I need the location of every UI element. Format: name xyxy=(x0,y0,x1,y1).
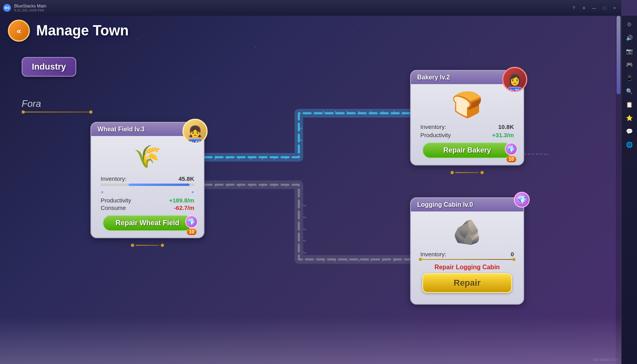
svg-text:›: › xyxy=(296,127,304,130)
repair-bakery-label: Repair Bakery xyxy=(443,146,491,154)
header: « Manage Town xyxy=(8,20,129,42)
sidebar-icon-3[interactable]: 📷 xyxy=(624,46,635,57)
repair-logging-btn-label: Repair xyxy=(454,278,481,288)
logging-inventory-arrows xyxy=(420,259,514,260)
svg-text:›: › xyxy=(381,256,384,264)
svg-text:›: › xyxy=(334,108,337,116)
sidebar-icon-9[interactable]: 💬 xyxy=(624,126,635,137)
wheat-dot-left xyxy=(131,244,134,247)
bakery-inventory-label: Inventory: xyxy=(420,123,446,130)
fora-label: Fora xyxy=(22,98,41,109)
sidebar-icon-2[interactable]: 🔊 xyxy=(624,32,635,43)
svg-text:›: › xyxy=(238,154,240,162)
svg-text:›: › xyxy=(226,181,228,189)
bakery-card-title: Bakery lv.2 xyxy=(417,74,450,81)
svg-text:›: › xyxy=(346,108,348,116)
bakery-card-dots xyxy=(451,171,484,174)
repair-bakery-button[interactable]: Repair Bakery 💎 10 xyxy=(422,142,512,158)
maximize-button[interactable]: □ xyxy=(601,4,608,11)
svg-text:›: › xyxy=(226,154,228,162)
repair-logging-label: Repair Logging Cabin xyxy=(434,264,500,271)
repair-wheat-count: 10 xyxy=(187,229,197,235)
svg-text:›: › xyxy=(393,108,396,116)
svg-text:›: › xyxy=(547,151,549,157)
fora-section: Fora xyxy=(22,98,92,112)
svg-text:›: › xyxy=(238,181,240,189)
logging-cabin-card: Logging Cabin lv.0 💎 🪨 Inventory: 0 xyxy=(410,197,524,305)
svg-text:›: › xyxy=(250,154,252,162)
svg-text:›: › xyxy=(285,154,287,162)
sidebar-icon-10[interactable]: 🌐 xyxy=(624,139,635,150)
svg-text:›: › xyxy=(273,154,276,162)
wheat-inventory-fill xyxy=(129,184,190,186)
wheat-arrow-right: ▸ xyxy=(192,189,194,195)
bakery-card-body: 🍞 Inventory: 10.8K Productivity +31.3/m … xyxy=(411,84,523,165)
app-logo: BS xyxy=(3,4,11,12)
wheat-icon-area: 🌾 xyxy=(132,141,163,172)
svg-text:›: › xyxy=(296,139,304,142)
bottom-gradient xyxy=(0,317,621,364)
wheat-consume-row: Consume -62.7/m xyxy=(101,204,194,211)
wheat-dot-line xyxy=(136,245,159,246)
close-button[interactable]: × xyxy=(611,4,618,11)
repair-wheat-cost: 💎 10 xyxy=(185,215,198,235)
bakery-dot-left xyxy=(451,171,454,174)
repair-bakery-cost: 💎 10 xyxy=(505,143,517,162)
logging-gem-sparkle: 💎 xyxy=(515,193,529,207)
bakery-card: Bakery lv.2 👩 lv.30 🍞 Inventory: 10.8K P… xyxy=(410,70,524,165)
sidebar-icon-4[interactable]: 🎮 xyxy=(624,59,635,70)
logging-inventory-row: Inventory: 0 xyxy=(420,251,514,257)
logging-inventory-label: Inventory: xyxy=(420,251,446,257)
wheat-card-dots xyxy=(131,244,164,247)
logging-gem-icon: 💎 xyxy=(514,192,530,208)
page-title: Manage Town xyxy=(36,22,129,39)
sidebar-icon-1[interactable]: ⚙ xyxy=(624,19,635,30)
svg-text:›: › xyxy=(214,181,217,189)
menu-button[interactable]: ≡ xyxy=(580,4,587,11)
wheat-card-body: 🌾 Inventory: 45.8K ◂ ▸ Productivity +189… xyxy=(91,136,204,237)
wheat-inventory-arrows: ◂ ▸ xyxy=(101,189,194,195)
svg-text:›: › xyxy=(285,181,287,189)
svg-text:›: › xyxy=(214,154,217,162)
bakery-productivity-label: Productivity xyxy=(420,132,451,138)
svg-text:›: › xyxy=(393,256,396,264)
wheat-productivity-value: +189.8/m xyxy=(169,197,194,204)
repair-bakery-gem: 💎 xyxy=(505,143,517,155)
back-icon: « xyxy=(17,26,21,35)
wheat-productivity-label: Productivity xyxy=(101,197,131,204)
wheat-consume-label: Consume xyxy=(101,204,126,211)
svg-text:›: › xyxy=(370,108,372,116)
logging-card-title: Logging Cabin lv.0 xyxy=(417,201,473,208)
minimize-button[interactable]: — xyxy=(591,4,598,11)
logging-inventory-value: 0 xyxy=(511,251,514,257)
sidebar-icon-5[interactable]: 📱 xyxy=(624,72,635,83)
sidebar-icon-8[interactable]: ⭐ xyxy=(624,112,635,123)
bakery-gem-sparkle: 💎 xyxy=(507,145,515,153)
bakery-avatar: 👩 lv.30 xyxy=(502,67,527,92)
sidebar-icon-6[interactable]: 🔍 xyxy=(624,86,635,97)
wheat-consume-value: -62.7/m xyxy=(174,204,194,211)
wheat-inventory-value: 45.8K xyxy=(179,175,194,182)
svg-text:›: › xyxy=(322,256,325,264)
help-button[interactable]: ? xyxy=(570,4,577,11)
logging-card-header: Logging Cabin lv.0 xyxy=(411,198,523,211)
svg-text:›: › xyxy=(250,181,252,189)
app-title: BlueStacks Main xyxy=(14,4,46,8)
bakery-icon-area: 🍞 xyxy=(451,89,483,120)
svg-text:›: › xyxy=(301,204,309,207)
svg-text:›: › xyxy=(370,256,372,264)
repair-wheat-button[interactable]: Repair Wheat Field 💎 10 xyxy=(103,215,193,231)
industry-button[interactable]: Industry xyxy=(22,57,76,77)
sidebar-icon-7[interactable]: 📋 xyxy=(624,99,635,110)
repair-logging-button[interactable]: Repair xyxy=(422,273,512,293)
svg-text:›: › xyxy=(381,108,384,116)
bakery-productivity-value: +31.3/m xyxy=(492,132,514,138)
wheat-icon: 🌾 xyxy=(134,143,161,169)
back-button[interactable]: « xyxy=(8,20,30,42)
svg-text:›: › xyxy=(322,108,325,116)
wheat-productivity-row: Productivity +189.8/m xyxy=(101,197,194,204)
bakery-icon: 🍞 xyxy=(451,90,483,119)
svg-text:›: › xyxy=(301,216,309,219)
svg-text:›: › xyxy=(301,252,309,254)
bakery-productivity-row: Productivity +31.3/m xyxy=(420,132,514,138)
